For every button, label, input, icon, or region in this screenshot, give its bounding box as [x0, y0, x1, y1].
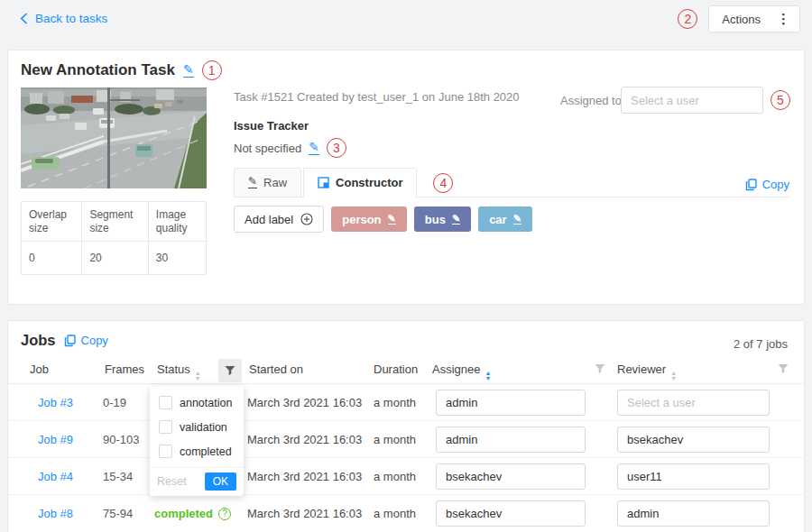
task-meta: Task #1521 Created by test_user_1 on Jun…: [234, 90, 520, 104]
status-filter-button[interactable]: [218, 359, 242, 382]
status-sort-icon[interactable]: ▲▼: [195, 371, 201, 381]
frames-cell: 0-19: [103, 384, 126, 421]
actions-button[interactable]: Actions ⋮: [708, 5, 800, 32]
filter-funnel-icon: [225, 365, 235, 376]
filter-funnel-icon: [595, 363, 605, 374]
duration-cell: a month: [374, 421, 416, 458]
started-cell: March 3rd 2021 16:03: [247, 458, 362, 495]
duration-cell: a month: [374, 495, 416, 532]
duration-cell: a month: [374, 384, 416, 421]
assignee-input[interactable]: [436, 390, 586, 416]
filter-ok-button[interactable]: OK: [205, 472, 236, 491]
param-value-overlap: 0: [22, 242, 82, 275]
duration-cell: a month: [374, 458, 416, 495]
labels-tabbar: ✎ Raw Constructor 4 Copy: [234, 169, 789, 197]
edit-issue-tracker-icon[interactable]: ✎: [309, 142, 319, 155]
status-badge: completed ?: [154, 507, 231, 520]
jobs-table-header: Job Frames Status▲▼ Started on Duration …: [8, 357, 804, 384]
column-reviewer[interactable]: Reviewer▲▼: [617, 362, 677, 381]
task-card: New Annotation Task ✎ 1: [7, 50, 805, 305]
task-details-page: Back to tasks 2 Actions ⋮ New Annotation…: [0, 0, 812, 532]
table-row: Job #9 90-103 March 3rd 2021 16:03 a mon…: [8, 421, 804, 458]
frames-cell: 75-94: [103, 495, 133, 532]
filter-option-label: completed: [180, 445, 232, 458]
started-cell: March 3rd 2021 16:03: [247, 421, 362, 458]
label-chip-car-name: car: [489, 213, 507, 226]
checkbox-icon[interactable]: [159, 396, 172, 409]
annotation-circle-3: 3: [327, 138, 346, 158]
labels-row: Add label person ✎ bus ✎ car ✎: [234, 206, 532, 233]
tab-constructor[interactable]: Constructor: [303, 168, 417, 197]
copy-icon: [745, 179, 757, 191]
tab-raw[interactable]: ✎ Raw: [234, 168, 301, 197]
add-label-button[interactable]: Add label: [234, 206, 324, 233]
reviewer-filter-button[interactable]: [778, 363, 789, 377]
copy-icon: [64, 335, 76, 347]
filter-option-completed[interactable]: completed: [150, 439, 244, 463]
table-row: Job #3 0-19 March 3rd 2021 16:03 a month: [8, 384, 804, 421]
annotation-circle-2: 2: [678, 9, 697, 29]
more-menu-icon[interactable]: ⋮: [768, 6, 799, 32]
copy-jobs-link[interactable]: Copy: [64, 334, 108, 347]
task-preview-image: [21, 87, 207, 188]
filter-option-validation[interactable]: validation: [150, 415, 244, 439]
checkbox-icon[interactable]: [159, 420, 172, 434]
column-status[interactable]: Status▲▼: [157, 362, 201, 381]
column-started-on: Started on: [249, 362, 303, 376]
assignee-input[interactable]: [436, 427, 586, 453]
back-to-tasks-link[interactable]: Back to tasks: [20, 12, 107, 25]
jobs-card: Jobs Copy 2 of 7 jobs Job Frames Status▲…: [7, 320, 805, 532]
job-link[interactable]: Job #4: [38, 470, 73, 483]
copy-labels-link[interactable]: Copy: [745, 178, 789, 191]
assignee-sort-icon[interactable]: ▲▼: [484, 371, 491, 381]
add-label-button-label: Add label: [245, 213, 293, 226]
reviewer-input[interactable]: [617, 463, 770, 490]
issue-tracker-label: Issue Tracker: [234, 119, 309, 133]
back-to-tasks-label: Back to tasks: [35, 12, 107, 25]
task-title: New Annotation Task: [21, 61, 175, 79]
label-chip-bus[interactable]: bus ✎: [414, 206, 471, 232]
job-link[interactable]: Job #9: [38, 433, 73, 446]
frames-cell: 90-103: [103, 421, 139, 458]
tab-raw-label: Raw: [263, 176, 287, 189]
assignee-filter-button[interactable]: [595, 363, 605, 377]
pencil-icon: ✎: [248, 177, 257, 188]
task-parameters-table: Overlap size Segment size Image quality …: [21, 201, 207, 275]
column-job: Job: [30, 362, 49, 376]
reviewer-input[interactable]: [617, 390, 770, 416]
table-row: Job #8 75-94 completed ? March 3rd 2021 …: [8, 495, 804, 532]
edit-label-icon[interactable]: ✎: [452, 214, 460, 225]
table-row: Job #4 15-34 March 3rd 2021 16:03 a mont…: [8, 458, 804, 495]
reviewer-input[interactable]: [617, 500, 770, 527]
reviewer-sort-icon[interactable]: ▲▼: [670, 371, 677, 381]
edit-label-icon[interactable]: ✎: [388, 214, 396, 225]
assignee-input[interactable]: [436, 500, 586, 527]
copy-jobs-label: Copy: [81, 334, 108, 347]
reviewer-input[interactable]: [617, 427, 770, 453]
label-chip-person[interactable]: person ✎: [331, 206, 407, 232]
jobs-count: 2 of 7 jobs: [734, 337, 788, 351]
label-chip-car[interactable]: car ✎: [478, 206, 532, 232]
param-value-quality: 30: [148, 242, 206, 275]
started-cell: March 3rd 2021 16:03: [247, 384, 362, 421]
status-filter-dropdown: annotation validation completed Reset OK: [150, 386, 244, 496]
started-cell: March 3rd 2021 16:03: [247, 495, 362, 532]
filter-option-annotation[interactable]: annotation: [150, 390, 244, 415]
label-chip-bus-name: bus: [425, 213, 446, 226]
edit-label-icon[interactable]: ✎: [513, 214, 521, 225]
job-link[interactable]: Job #8: [38, 507, 73, 520]
edit-task-name-icon[interactable]: ✎: [183, 64, 194, 78]
tab-constructor-label: Constructor: [336, 176, 402, 189]
filter-funnel-icon: [778, 363, 789, 374]
assignee-input[interactable]: [436, 463, 586, 490]
filter-reset-button[interactable]: Reset: [157, 475, 187, 488]
column-assignee[interactable]: Assignee▲▼: [432, 362, 491, 381]
assigned-to-input[interactable]: [621, 87, 763, 114]
checkbox-icon[interactable]: [159, 445, 172, 458]
column-duration: Duration: [374, 362, 418, 376]
annotation-circle-5: 5: [770, 90, 790, 110]
question-circle-icon[interactable]: ?: [218, 508, 231, 520]
job-link[interactable]: Job #3: [38, 396, 73, 409]
annotation-circle-1: 1: [202, 60, 222, 80]
back-chevron-icon: [20, 13, 28, 24]
